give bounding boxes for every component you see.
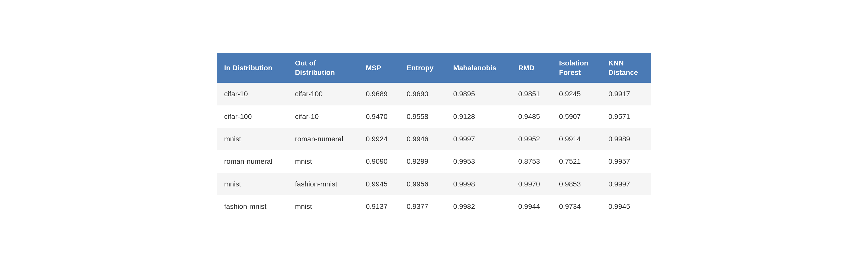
in-distribution-cell: mnist	[217, 128, 288, 150]
rmd-cell: 0.8753	[511, 150, 552, 173]
rmd-cell: 0.9944	[511, 195, 552, 218]
entropy-cell: 0.9956	[399, 173, 446, 195]
in-distribution-cell: roman-numeral	[217, 150, 288, 173]
msp-cell: 0.9924	[359, 128, 400, 150]
header-in-distribution: In Distribution	[217, 53, 288, 83]
header-out-distribution: Out ofDistribution	[288, 53, 359, 83]
knn-distance-cell: 0.9957	[601, 150, 651, 173]
msp-cell: 0.9689	[359, 83, 400, 105]
table-row: mnistroman-numeral0.99240.99460.99970.99…	[217, 128, 651, 150]
entropy-cell: 0.9690	[399, 83, 446, 105]
table-row: cifar-10cifar-1000.96890.96900.98950.985…	[217, 83, 651, 105]
header-msp: MSP	[359, 53, 400, 83]
rmd-cell: 0.9485	[511, 105, 552, 128]
rmd-cell: 0.9952	[511, 128, 552, 150]
header-knn-distance: KNNDistance	[601, 53, 651, 83]
table-row: fashion-mnistmnist0.91370.93770.99820.99…	[217, 195, 651, 218]
isolation-forest-cell: 0.9245	[552, 83, 601, 105]
in-distribution-cell: mnist	[217, 173, 288, 195]
rmd-cell: 0.9851	[511, 83, 552, 105]
out-distribution-cell: fashion-mnist	[288, 173, 359, 195]
out-distribution-cell: cifar-100	[288, 83, 359, 105]
entropy-cell: 0.9946	[399, 128, 446, 150]
isolation-forest-cell: 0.9734	[552, 195, 601, 218]
isolation-forest-cell: 0.5907	[552, 105, 601, 128]
msp-cell: 0.9090	[359, 150, 400, 173]
table-row: roman-numeralmnist0.90900.92990.99530.87…	[217, 150, 651, 173]
table-row: mnistfashion-mnist0.99450.99560.99980.99…	[217, 173, 651, 195]
rmd-cell: 0.9970	[511, 173, 552, 195]
in-distribution-cell: cifar-100	[217, 105, 288, 128]
header-entropy: Entropy	[399, 53, 446, 83]
msp-cell: 0.9945	[359, 173, 400, 195]
mahalanobis-cell: 0.9997	[446, 128, 511, 150]
knn-distance-cell: 0.9945	[601, 195, 651, 218]
knn-distance-cell: 0.9571	[601, 105, 651, 128]
msp-cell: 0.9470	[359, 105, 400, 128]
entropy-cell: 0.9299	[399, 150, 446, 173]
out-distribution-cell: mnist	[288, 195, 359, 218]
header-mahalanobis: Mahalanobis	[446, 53, 511, 83]
header-row: In Distribution Out ofDistribution MSP E…	[217, 53, 651, 83]
out-distribution-cell: roman-numeral	[288, 128, 359, 150]
out-distribution-cell: mnist	[288, 150, 359, 173]
mahalanobis-cell: 0.9982	[446, 195, 511, 218]
header-rmd: RMD	[511, 53, 552, 83]
in-distribution-cell: fashion-mnist	[217, 195, 288, 218]
knn-distance-cell: 0.9989	[601, 128, 651, 150]
mahalanobis-cell: 0.9128	[446, 105, 511, 128]
knn-distance-cell: 0.9997	[601, 173, 651, 195]
isolation-forest-cell: 0.7521	[552, 150, 601, 173]
mahalanobis-cell: 0.9953	[446, 150, 511, 173]
table-row: cifar-100cifar-100.94700.95580.91280.948…	[217, 105, 651, 128]
knn-distance-cell: 0.9917	[601, 83, 651, 105]
msp-cell: 0.9137	[359, 195, 400, 218]
in-distribution-cell: cifar-10	[217, 83, 288, 105]
entropy-cell: 0.9558	[399, 105, 446, 128]
mahalanobis-cell: 0.9998	[446, 173, 511, 195]
table-container: In Distribution Out ofDistribution MSP E…	[217, 53, 651, 218]
results-table: In Distribution Out ofDistribution MSP E…	[217, 53, 651, 218]
isolation-forest-cell: 0.9853	[552, 173, 601, 195]
mahalanobis-cell: 0.9895	[446, 83, 511, 105]
isolation-forest-cell: 0.9914	[552, 128, 601, 150]
entropy-cell: 0.9377	[399, 195, 446, 218]
out-distribution-cell: cifar-10	[288, 105, 359, 128]
header-isolation-forest: IsolationForest	[552, 53, 601, 83]
